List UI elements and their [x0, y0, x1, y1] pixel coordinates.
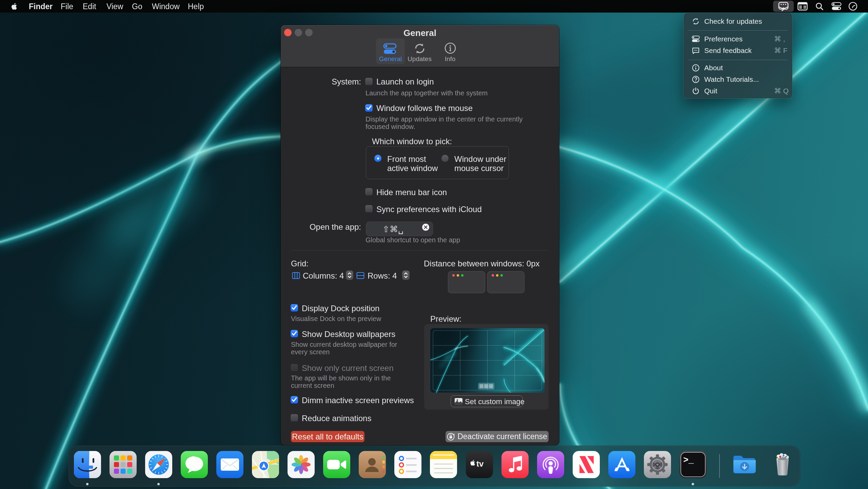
- svg-text:>_: >_: [683, 455, 694, 465]
- svg-text:tv: tv: [476, 459, 484, 468]
